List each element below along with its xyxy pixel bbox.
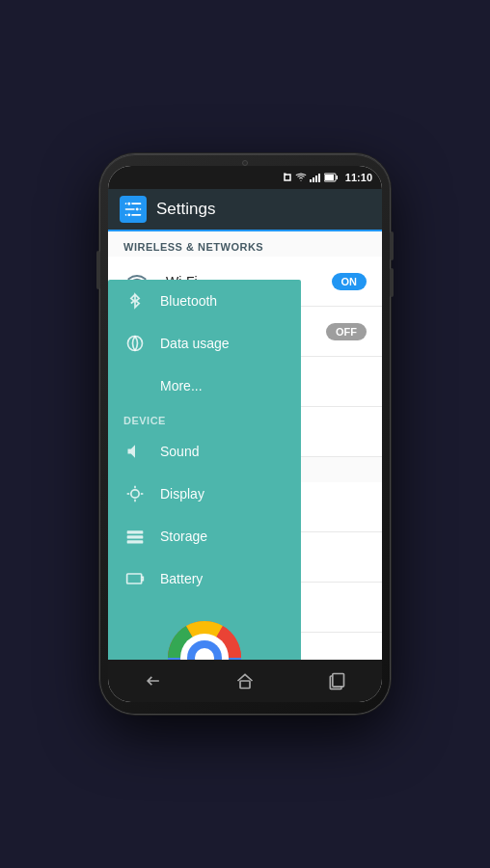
svg-point-11 — [135, 207, 139, 211]
svg-point-35 — [128, 337, 143, 351]
overlay-bluetooth-item[interactable]: Bluetooth — [108, 280, 301, 322]
recents-button[interactable] — [313, 662, 361, 700]
svg-rect-44 — [127, 574, 142, 583]
settings-content: WIRELESS & NETWORKS Wi-Fi ON — [108, 231, 382, 660]
phone-screen: 11:10 Settings WIRELESS & NETWORKS — [108, 166, 382, 702]
overlay-data-icon — [123, 332, 147, 355]
overlay-data-item[interactable]: Data usage — [108, 322, 301, 365]
overlay-storage-item[interactable]: Storage — [108, 515, 301, 557]
overlay-battery-item[interactable]: Battery — [108, 557, 301, 600]
rotate-icon — [283, 173, 292, 182]
svg-rect-41 — [127, 530, 144, 533]
overlay-storage-icon — [123, 525, 147, 548]
svg-rect-49 — [240, 681, 250, 689]
svg-rect-43 — [127, 540, 144, 543]
overlay-bluetooth-icon — [123, 289, 147, 312]
volume-down-button[interactable] — [390, 268, 394, 297]
svg-rect-1 — [313, 177, 314, 182]
chrome-overlay-popup: Bluetooth Data usage — [108, 280, 301, 660]
battery-status-icon — [324, 173, 338, 182]
svg-rect-5 — [336, 176, 338, 179]
nav-bar — [108, 660, 382, 702]
overlay-sound-item[interactable]: Sound — [108, 430, 301, 473]
svg-rect-6 — [325, 175, 334, 180]
overlay-more-label: More... — [160, 378, 203, 393]
overlay-sound-label: Sound — [160, 444, 199, 459]
status-time: 11:10 — [345, 172, 372, 183]
power-button[interactable] — [96, 251, 100, 289]
overlay-sound-icon — [123, 440, 147, 463]
svg-rect-42 — [127, 535, 144, 538]
svg-rect-51 — [332, 674, 343, 687]
overlay-display-item[interactable]: Display — [108, 473, 301, 515]
overlay-device-header: DEVICE — [108, 407, 301, 430]
wifi-toggle[interactable]: ON — [332, 273, 368, 290]
overlay-battery-label: Battery — [160, 571, 203, 586]
home-button[interactable] — [221, 662, 269, 700]
chrome-logo-container: Chrome — [108, 600, 301, 660]
svg-rect-2 — [315, 176, 317, 182]
back-button[interactable] — [129, 662, 177, 700]
overlay-storage-label: Storage — [160, 529, 207, 544]
overlay-data-label: Data usage — [160, 336, 230, 351]
settings-app-icon — [120, 196, 147, 223]
overlay-display-icon — [123, 482, 147, 505]
volume-up-button[interactable] — [390, 231, 394, 260]
wireless-section-header: WIRELESS & NETWORKS — [108, 231, 382, 257]
svg-point-10 — [127, 202, 131, 205]
svg-point-12 — [127, 213, 131, 217]
phone-device: 11:10 Settings WIRELESS & NETWORKS — [100, 154, 390, 714]
signal-icon — [310, 173, 321, 182]
status-icons — [283, 173, 338, 182]
overlay-display-label: Display — [160, 486, 204, 502]
overlay-bluetooth-label: Bluetooth — [160, 293, 217, 309]
svg-point-36 — [131, 490, 139, 498]
overlay-more-icon — [123, 374, 147, 397]
svg-rect-0 — [310, 179, 312, 182]
status-bar: 11:10 — [108, 166, 382, 189]
app-bar: Settings — [108, 189, 382, 231]
overlay-battery-icon — [123, 567, 147, 590]
svg-rect-3 — [318, 174, 320, 182]
bluetooth-toggle[interactable]: OFF — [326, 323, 367, 340]
chrome-logo-icon — [166, 619, 243, 660]
overlay-more-item[interactable]: More... — [108, 365, 301, 407]
wifi-icon — [295, 173, 307, 182]
app-bar-title: Settings — [156, 200, 215, 219]
